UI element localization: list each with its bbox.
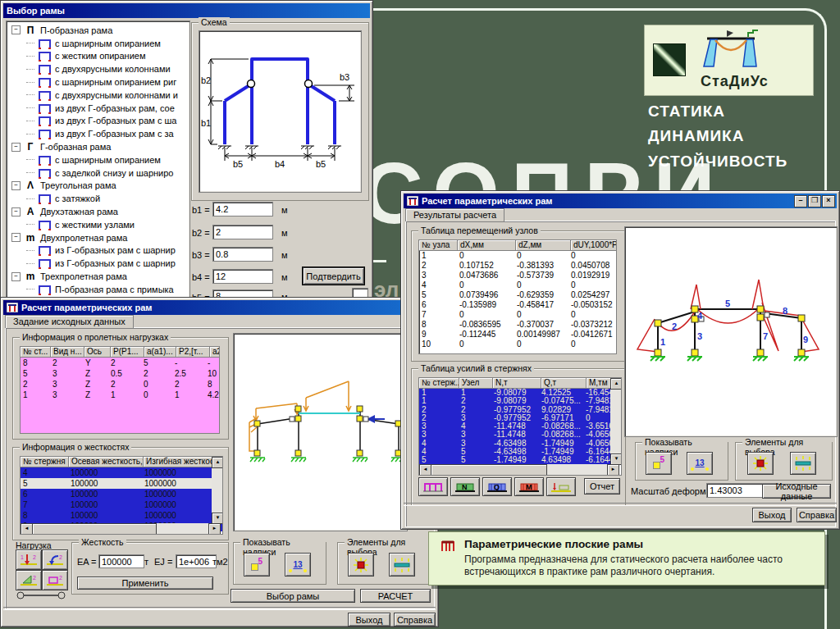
tree-item[interactable]: с шарнирным опиранием риг <box>7 75 189 89</box>
column-header[interactable]: N,т <box>493 378 541 389</box>
table-row[interactable]: 13Z1014.2 <box>21 390 219 400</box>
column-header[interactable]: P(P1... <box>111 347 144 358</box>
table-row[interactable]: 8-0.0836595-0.370037-0.0373212 <box>419 320 616 330</box>
distributed-load-button[interactable]: 2 <box>42 570 68 590</box>
scroll-right-button[interactable]: ► <box>607 464 619 476</box>
table-row[interactable]: 71000001000000 <box>21 499 222 510</box>
collapse-icon[interactable]: − <box>11 233 21 242</box>
stiffness-hscrollbar[interactable]: ◄ ► <box>21 523 221 534</box>
results-window-titlebar[interactable]: Расчет параметрических рам – ❒ × <box>404 194 837 208</box>
triangular-load-button[interactable]: 2 <box>16 570 42 590</box>
b4-input[interactable] <box>212 269 273 284</box>
scroll-down-button[interactable]: ▼ <box>610 454 622 465</box>
scroll-left-button[interactable]: ◄ <box>419 464 431 476</box>
frame-type-tree[interactable]: −ПП-образная рамас шарнирным опираниемс … <box>6 21 190 300</box>
tree-item[interactable]: с заделкой снизу и шарниро <box>7 166 189 180</box>
load-slider[interactable] <box>16 591 66 599</box>
b3-input[interactable] <box>212 247 273 262</box>
member-labels-button[interactable]: 13 <box>285 553 311 577</box>
apply-button[interactable]: Применить <box>77 577 213 590</box>
collapse-icon[interactable]: − <box>11 207 21 217</box>
table-row[interactable]: 53Z0.522.510 <box>21 368 219 379</box>
tree-item[interactable]: −mДвухпролетная рама <box>7 231 189 244</box>
column-header[interactable]: dX,мм <box>458 240 516 251</box>
b2-input[interactable] <box>212 225 273 239</box>
confirm-button[interactable]: Подтвердить <box>303 267 364 285</box>
column-header[interactable]: № стерж... <box>419 378 459 389</box>
tree-item[interactable]: из Г-образных рам с шарнир <box>7 257 189 270</box>
ea-input[interactable] <box>98 554 144 568</box>
tree-item[interactable]: с затяжкой <box>7 192 189 205</box>
table-row[interactable]: 50.0739496-0.6293590.0254297 <box>419 290 616 300</box>
tree-item[interactable]: из двух Г-образных рам с за <box>7 127 189 140</box>
column-header[interactable]: Ось <box>84 347 111 358</box>
table-row[interactable]: 81000001000000 <box>21 510 222 521</box>
table-row[interactable]: 23Z2028 <box>21 379 219 390</box>
column-header[interactable]: № узла <box>419 240 458 251</box>
table-row[interactable]: 7000 <box>419 310 616 320</box>
moment-button[interactable]: M <box>514 477 544 496</box>
table-row[interactable]: 82Y25-- <box>21 358 219 368</box>
select-nodes-button[interactable] <box>747 452 774 475</box>
table-row[interactable]: 9-0.1124450.00149987-0.0412671 <box>419 330 616 340</box>
forces-vscrollbar[interactable]: ▲ ▼ <box>610 378 621 464</box>
report-button[interactable]: Отчет <box>584 478 620 495</box>
tree-item[interactable]: с жесткими узлами <box>7 218 189 231</box>
tree-item[interactable]: П-образная рама с примыка <box>7 283 189 296</box>
select-members-button[interactable] <box>790 452 816 475</box>
collapse-icon[interactable]: − <box>11 181 21 190</box>
table-row[interactable]: 30.0473686-0.5737390.0192919 <box>419 271 616 280</box>
close-button[interactable]: × <box>822 195 835 207</box>
column-header[interactable]: Изгибная жесткость,тм <box>144 457 220 467</box>
column-header[interactable]: Q,т <box>541 378 587 389</box>
tree-item[interactable]: −ГГ-образная рама <box>7 140 189 153</box>
show-frame-button[interactable] <box>418 477 448 496</box>
scroll-up-button[interactable]: ▲ <box>212 457 223 468</box>
column-header[interactable]: dZ,мм <box>516 240 571 251</box>
table-row[interactable]: 12-9.08079-0.07475...-7.94811 <box>419 397 621 405</box>
table-row[interactable]: 61000001000000 <box>21 489 222 499</box>
tree-item[interactable]: с жестким опиранием <box>7 50 189 63</box>
source-data-button[interactable]: Исходные данные <box>762 484 831 499</box>
tree-item[interactable]: из двух Г-образных рам, сое <box>7 102 189 115</box>
table-row[interactable]: 41000001000000 <box>21 467 222 478</box>
column-header[interactable]: P2,[т... <box>176 347 210 358</box>
column-header[interactable]: a(a1)... <box>144 347 176 358</box>
maximize-button[interactable]: ❒ <box>808 195 821 207</box>
table-row[interactable]: 43-4.63498-1.74949-4.06509 <box>419 440 621 448</box>
exit-button[interactable]: Выход <box>348 613 390 627</box>
table-row[interactable]: 11-9.080794.12525-16.4542 <box>419 389 621 397</box>
member-labels-button[interactable]: 13 <box>687 452 713 475</box>
tree-item[interactable]: с шарнирным опиранием <box>7 153 189 166</box>
tree-item[interactable]: −mТрехпролетная рама <box>7 270 189 283</box>
calc-button[interactable]: РАСЧЕТ <box>360 589 431 603</box>
node-labels-button[interactable]: 5 <box>244 553 270 577</box>
tab-input-data[interactable]: Задание исходных данных <box>5 315 134 328</box>
column-header[interactable]: dUY,1000*Рад <box>571 240 617 251</box>
tree-item[interactable]: −ΛТреугольная рама <box>7 180 189 193</box>
table-row[interactable]: 34-11.4748-0.08268...-3.65169 <box>419 422 621 431</box>
normal-force-button[interactable]: N <box>450 477 480 496</box>
input-window-titlebar[interactable]: Расчет параметрических рам <box>3 300 436 315</box>
collapse-icon[interactable]: − <box>11 25 21 34</box>
table-row[interactable]: 1000 <box>419 251 616 261</box>
b1-input[interactable] <box>212 202 273 217</box>
tree-item[interactable]: из Г-образных рам с шарнир <box>7 244 189 258</box>
tree-item[interactable]: −AДвухэтажная рама <box>7 205 189 218</box>
show-loads-button[interactable] <box>546 477 576 496</box>
scroll-up-button[interactable]: ▲ <box>610 378 622 390</box>
shear-force-button[interactable]: Q <box>482 477 512 496</box>
column-header[interactable]: a2,м <box>210 347 220 358</box>
forces-hscrollbar[interactable]: ◄ ► <box>419 464 619 475</box>
frame-select-titlebar[interactable]: Выбор рамы <box>3 3 370 18</box>
table-row[interactable]: 4000 <box>419 280 616 290</box>
table-row[interactable]: 51000001000000 <box>21 478 222 489</box>
select-members-button[interactable] <box>389 553 415 577</box>
table-row[interactable]: 20.107152-0.3813930.0450708 <box>419 261 616 271</box>
tree-item[interactable]: из двух Г-образных рам с ша <box>7 115 189 128</box>
moment-load-button[interactable]: 2 <box>42 549 68 570</box>
tree-item[interactable]: с шарнирным опиранием <box>7 37 189 50</box>
column-header[interactable]: № стержня <box>21 457 69 467</box>
table-row[interactable]: 22-0.9779529.02829-7.94811 <box>419 406 621 414</box>
help-button[interactable]: Справка <box>394 613 436 627</box>
